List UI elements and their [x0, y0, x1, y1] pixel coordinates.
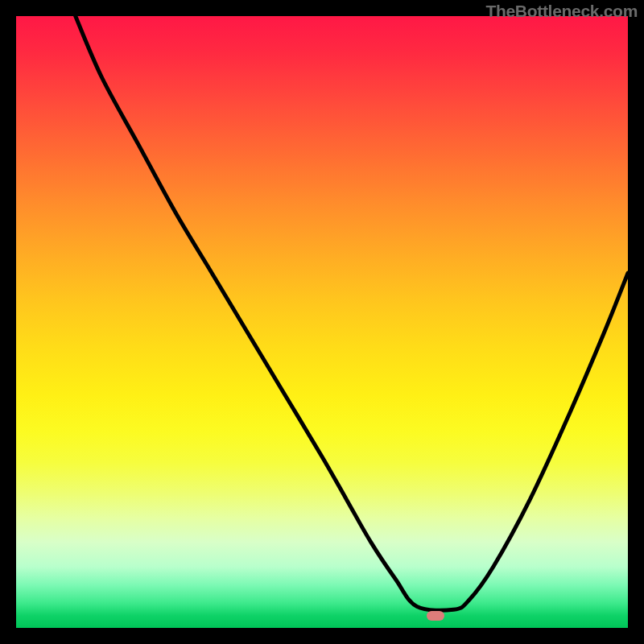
chart-container: TheBottleneck.com [0, 0, 644, 644]
watermark: TheBottleneck.com [485, 2, 638, 21]
optimal-marker [427, 611, 444, 621]
plot-area [16, 16, 628, 628]
bottleneck-curve [16, 16, 628, 628]
